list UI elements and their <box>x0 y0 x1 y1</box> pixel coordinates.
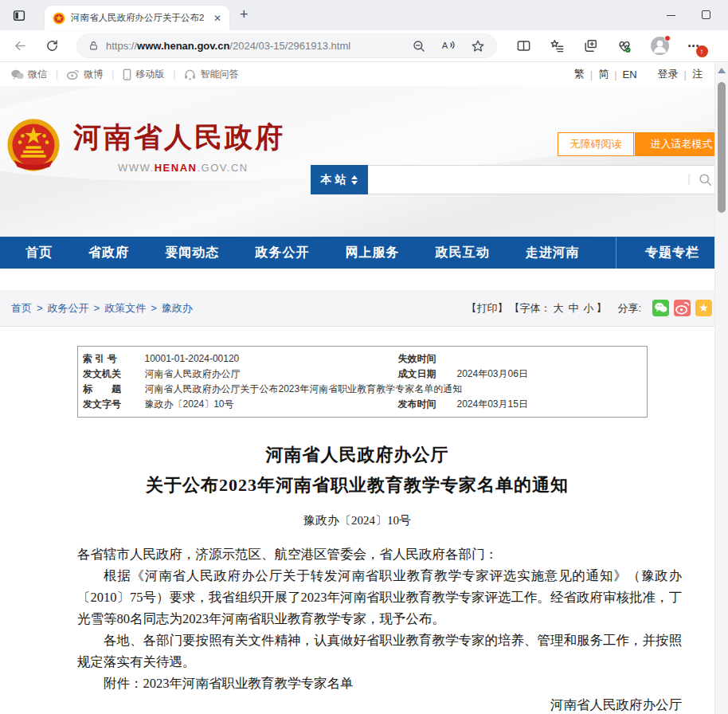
page-scrollbar[interactable] <box>714 62 728 714</box>
profile-avatar[interactable] <box>651 37 669 55</box>
font-size-small[interactable]: 小 <box>583 301 593 316</box>
breadcrumb-yuzhengban[interactable]: 豫政办 <box>162 301 193 316</box>
back-icon[interactable] <box>13 38 28 53</box>
share-qzone-icon[interactable]: ★ <box>695 300 712 316</box>
headset-icon <box>184 69 196 80</box>
utility-separator: | <box>56 69 58 80</box>
nav-item-into-henan[interactable]: 走进河南 <box>526 237 580 269</box>
breadcrumb-policy-documents[interactable]: 政策文件 <box>104 301 146 316</box>
site-identity[interactable]: 河南省人民政府 WWW.HENAN.GOV.CN <box>73 121 285 174</box>
main-navigation: 首页 省政府 要闻动态 政务公开 网上服务 政民互动 走进河南 专题专栏 <box>0 237 728 269</box>
utility-separator: | <box>112 69 114 80</box>
spacer <box>0 269 728 290</box>
browser-essentials-icon[interactable] <box>616 38 632 53</box>
document-body: 各省辖市人民政府，济源示范区、航空港区管委会，省人民政府各部门： 根据《河南省人… <box>77 543 682 714</box>
signature: 河南省人民政府办公厅 <box>77 694 682 714</box>
paragraph: 各省辖市人民政府，济源示范区、航空港区管委会，省人民政府各部门： <box>77 543 682 565</box>
page-tools: 【打印】 【字体： 大 中 小 】 分享: ★ <box>464 300 712 316</box>
nav-item-gov-affairs[interactable]: 政务公开 <box>255 237 309 269</box>
scrollbar-up-arrow-icon[interactable] <box>718 68 726 73</box>
lang-simplified[interactable]: 简 <box>598 67 609 81</box>
accessibility-reading-button[interactable]: 无障碍阅读 <box>558 132 634 156</box>
url-text[interactable]: https://www.henan.gov.cn/2024/03-15/2961… <box>106 40 350 52</box>
attachment-line: 附件：2023年河南省职业教育教学专家名单 <box>77 673 682 694</box>
font-size-label: 【字体： <box>509 301 550 316</box>
tab-title: 河南省人民政府办公厅关于公布2 <box>71 12 208 24</box>
webpage-viewport: 微信 | 微博 | 移动版 | 智能问答 繁 | 简 | EN 登录 | 注 <box>0 62 728 714</box>
smart-qa-link[interactable]: 智能问答 <box>184 68 238 81</box>
table-row: 发文机关 河南省人民政府办公厅 成文日期 2024年03月06日 <box>78 367 648 382</box>
search-input[interactable] <box>368 166 727 194</box>
font-size-large[interactable]: 大 <box>553 301 563 316</box>
wechat-link[interactable]: 微信 <box>11 68 47 81</box>
weibo-link[interactable]: 微博 <box>67 68 103 81</box>
window-minimize-button[interactable] <box>667 15 675 16</box>
site-permissions-lock-icon[interactable] <box>88 40 99 52</box>
wechat-icon <box>11 69 24 80</box>
search-scope-dropdown[interactable]: 本 站 <box>311 165 368 194</box>
collections-icon[interactable] <box>583 38 598 53</box>
site-favicon-icon <box>53 12 65 25</box>
register-link[interactable]: 注 <box>692 67 703 81</box>
paragraph: 各地、各部门要按照有关文件精神，认真做好省职业教育教学专家的培养、管理和服务工作… <box>77 630 682 673</box>
favorites-list-icon[interactable] <box>550 38 565 53</box>
national-emblem-logo <box>6 118 61 172</box>
share-label: 分享: <box>617 301 641 316</box>
read-aloud-icon[interactable]: A <box>440 39 456 53</box>
print-button[interactable]: 【打印】 <box>466 301 507 316</box>
table-row: 标 题 河南省人民政府办公厅关于公布2023年河南省职业教育教学专家名单的通知 <box>78 382 648 397</box>
zoom-out-icon[interactable] <box>412 39 426 53</box>
lang-english[interactable]: EN <box>623 69 637 80</box>
document-number: 豫政办〔2024〕10号 <box>0 513 714 528</box>
scrollbar-thumb[interactable] <box>718 82 726 213</box>
article-content: 索 引 号 10001-01-2024-00120 失效时间 发文机关 河南省人… <box>0 327 728 714</box>
lang-traditional[interactable]: 繁 <box>574 67 585 81</box>
site-search-bar: 本 站 | <box>311 165 728 194</box>
nav-item-interaction[interactable]: 政民互动 <box>436 237 490 269</box>
address-bar[interactable]: https://www.henan.gov.cn/2024/03-15/2961… <box>76 33 497 58</box>
tab-close-icon[interactable]: ✕ <box>213 14 221 23</box>
site-header-banner: 河南省人民政府 WWW.HENAN.GOV.CN 无障碍阅读 进入适老模式 本 … <box>0 86 728 237</box>
new-tab-button[interactable]: + <box>240 6 249 23</box>
nav-item-special-topics[interactable]: 专题专栏 <box>616 237 699 269</box>
font-size-medium[interactable]: 中 <box>568 301 578 316</box>
breadcrumb-bar: 首页 > 政务公开 > 政策文件 > 豫政办 【打印】 【字体： 大 中 小 】… <box>0 290 728 327</box>
breadcrumb: 首页 > 政务公开 > 政策文件 > 豫政办 <box>11 301 193 316</box>
favorite-star-icon[interactable] <box>471 39 485 53</box>
document-title-line2: 关于公布2023年河南省职业教育教学专家名单的通知 <box>0 473 714 497</box>
login-link[interactable]: 登录 <box>658 67 679 81</box>
search-divider: | <box>687 172 691 185</box>
share-wechat-icon[interactable] <box>652 300 669 316</box>
browser-toolbar: https://www.henan.gov.cn/2024/03-15/2961… <box>0 30 728 62</box>
search-icon[interactable] <box>698 172 713 187</box>
breadcrumb-home[interactable]: 首页 <box>11 301 32 316</box>
nav-item-online-services[interactable]: 网上服务 <box>346 237 400 269</box>
document-meta-table: 索 引 号 10001-01-2024-00120 失效时间 发文机关 河南省人… <box>77 346 648 418</box>
share-weibo-icon[interactable] <box>674 300 691 316</box>
table-row: 发文字号 豫政办〔2024〕10号 发布时间 2024年03月15日 <box>78 397 648 418</box>
browser-tab[interactable]: 河南省人民政府办公厅关于公布2 ✕ <box>45 6 229 30</box>
weibo-icon <box>67 69 80 80</box>
browser-update-badge: ↑ <box>696 45 708 57</box>
tab-actions-icon[interactable] <box>11 9 27 22</box>
nav-item-home[interactable]: 首页 <box>25 237 53 269</box>
settings-more-icon[interactable]: ⋯↑ <box>687 39 700 53</box>
profile-notification-dot <box>664 35 671 41</box>
site-url: WWW.HENAN.GOV.CN <box>118 162 285 174</box>
nav-item-news[interactable]: 要闻动态 <box>165 237 219 269</box>
scope-arrows-icon <box>351 175 358 185</box>
document-title-line1: 河南省人民政府办公厅 <box>0 443 714 467</box>
split-screen-icon[interactable] <box>516 38 531 53</box>
mobile-phone-icon <box>123 69 131 80</box>
refresh-icon[interactable] <box>45 39 59 53</box>
paragraph: 根据《河南省人民政府办公厅关于转发河南省职业教育教学专家评选实施意见的通知》（豫… <box>77 565 682 630</box>
mobile-version-link[interactable]: 移动版 <box>123 68 164 81</box>
site-name: 河南省人民政府 <box>73 121 285 153</box>
window-maximize-button[interactable] <box>702 10 710 19</box>
nav-item-provincial-gov[interactable]: 省政府 <box>88 237 129 269</box>
breadcrumb-gov-affairs[interactable]: 政务公开 <box>48 301 89 316</box>
utility-separator: | <box>173 69 175 80</box>
search-input-wrap: | <box>368 165 728 194</box>
table-row: 索 引 号 10001-01-2024-00120 失效时间 <box>78 347 648 367</box>
svg-text:A: A <box>442 41 448 50</box>
